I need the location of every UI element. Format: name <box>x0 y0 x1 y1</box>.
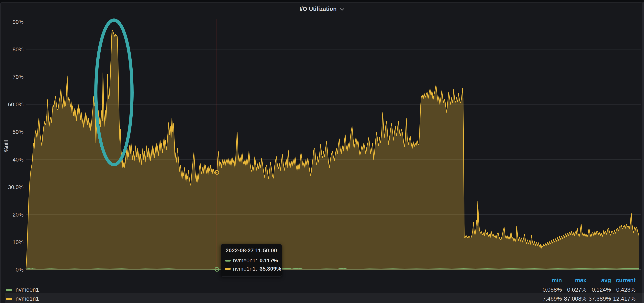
y-tick-label: 90% <box>12 19 24 25</box>
series-nvme1n1 <box>26 30 639 270</box>
series-swatch-nvme0n1 <box>225 260 231 262</box>
y-tick-label: 10% <box>12 239 24 245</box>
legend-header-min[interactable]: min <box>537 277 562 284</box>
y-tick-label: 80% <box>12 46 24 52</box>
tooltip-timestamp: 2022-08-27 11:50:00 <box>225 248 278 254</box>
legend-header-row: min max avg current <box>537 276 636 284</box>
legend-values-nvme1n1: 7.469% 87.008% 37.389% 12.417% <box>537 294 636 303</box>
stat-min: 7.469% <box>537 296 562 302</box>
stat-avg: 0.124% <box>586 286 611 293</box>
stat-min: 0.058% <box>537 286 562 293</box>
legend-header-current[interactable]: current <box>611 277 636 284</box>
series-swatch-nvme1n1 <box>225 268 231 270</box>
chart-canvas[interactable]: 0%10%20%30.0%40%50%60.0%70%80%90% <box>0 0 644 303</box>
legend-series-name[interactable]: nvme0n1 <box>16 286 39 293</box>
legend-header-max[interactable]: max <box>562 277 586 284</box>
y-tick-label: 50% <box>12 129 24 135</box>
stat-current: 12.417% <box>611 296 636 302</box>
stat-avg: 37.389% <box>586 296 611 302</box>
tooltip-series-label: nvme0n1: <box>233 258 257 264</box>
y-tick-label: 60.0% <box>8 102 24 108</box>
tooltip-series-value: 35.309% <box>260 266 281 272</box>
y-tick-label: 40% <box>12 156 24 163</box>
y-tick-label: 30.0% <box>8 184 24 190</box>
legend-swatch-nvme0n1[interactable] <box>6 289 12 290</box>
y-tick-label: 20% <box>12 212 24 218</box>
y-tick-label: 0% <box>16 267 24 273</box>
legend-header-avg[interactable]: avg <box>586 277 611 284</box>
tooltip-series-label: nvme1n1: <box>233 266 257 272</box>
legend-series-name[interactable]: nvme1n1 <box>16 296 39 302</box>
legend-values-nvme0n1: 0.058% 0.627% 0.124% 0.423% <box>537 285 636 294</box>
tooltip-series-value: 0.117% <box>260 258 278 264</box>
legend-item-nvme1n1[interactable]: nvme1n1 <box>6 294 39 303</box>
stat-max: 87.008% <box>562 296 586 302</box>
y-tick-label: 70% <box>12 74 24 80</box>
stat-max: 0.627% <box>562 286 586 293</box>
chart-tooltip: 2022-08-27 11:50:00 nvme0n1: 0.117% nvme… <box>221 244 282 277</box>
stat-current: 0.423% <box>611 286 636 293</box>
legend-item-nvme0n1[interactable]: nvme0n1 <box>6 285 39 294</box>
legend-swatch-nvme1n1[interactable] <box>6 298 12 300</box>
tooltip-row: nvme1n1: 35.309% <box>225 265 278 273</box>
tooltip-row: nvme0n1: 0.117% <box>225 256 278 265</box>
